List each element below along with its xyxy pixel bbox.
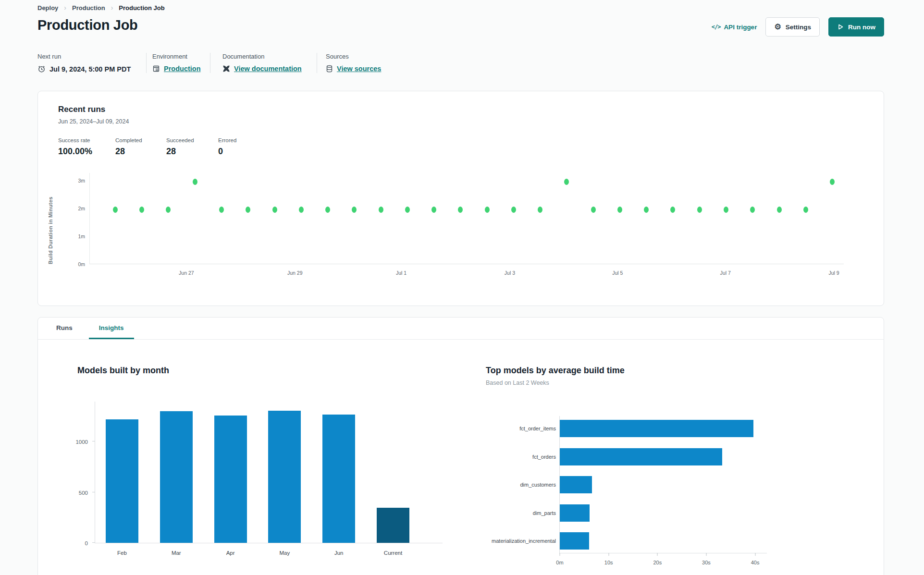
- run-dot[interactable]: [325, 207, 330, 213]
- x-axis-tick: [755, 553, 755, 556]
- top-models-subtitle: Based on Last 2 Weeks: [486, 379, 861, 386]
- api-trigger-link[interactable]: </> API trigger: [712, 24, 757, 31]
- breadcrumb-deploy[interactable]: Deploy: [37, 4, 58, 12]
- dbt-logo-icon: [222, 65, 230, 73]
- recent-runs-title: Recent runs: [58, 105, 863, 114]
- run-dot[interactable]: [405, 207, 410, 213]
- run-dot[interactable]: [458, 207, 463, 213]
- bar[interactable]: [322, 415, 355, 543]
- run-dot[interactable]: [139, 207, 144, 213]
- run-dot[interactable]: [431, 207, 436, 213]
- run-dot[interactable]: [750, 207, 755, 213]
- run-dot[interactable]: [803, 207, 808, 213]
- y-axis-tick: [92, 441, 95, 441]
- bar[interactable]: [560, 504, 590, 522]
- x-axis-tick-label: 10s: [604, 560, 613, 565]
- run-dot[interactable]: [511, 207, 516, 213]
- bar[interactable]: [560, 448, 722, 465]
- run-dot[interactable]: [113, 207, 118, 213]
- bar[interactable]: [160, 411, 193, 543]
- run-dot[interactable]: [617, 207, 622, 213]
- x-axis-tick-label: Jun 27: [179, 270, 194, 276]
- run-dot[interactable]: [830, 179, 835, 185]
- x-category-label: Mar: [172, 550, 181, 556]
- x-axis-tick-label: 30s: [702, 560, 711, 565]
- environment-link[interactable]: Production: [164, 65, 201, 73]
- run-dot[interactable]: [166, 207, 171, 213]
- x-category-label: Jun: [334, 550, 344, 556]
- run-dot[interactable]: [485, 207, 490, 213]
- run-dot[interactable]: [564, 179, 569, 185]
- bar[interactable]: [560, 420, 753, 437]
- run-dot[interactable]: [246, 207, 250, 213]
- x-axis-tick-label: 20s: [653, 560, 662, 565]
- clock-icon: [37, 65, 46, 73]
- run-now-button[interactable]: Run now: [828, 17, 884, 37]
- run-dot[interactable]: [219, 207, 224, 213]
- x-axis-tick-label: Jul 1: [396, 270, 407, 276]
- x-category-label: Current: [384, 550, 402, 556]
- header-actions: </> API trigger ⚙ Settings Run now: [712, 17, 884, 37]
- y-axis-tick: [92, 492, 95, 492]
- documentation-label: Documentation: [222, 53, 317, 60]
- y-category-label: fct_orders: [441, 453, 556, 460]
- run-dot[interactable]: [379, 207, 383, 213]
- run-dot[interactable]: [724, 207, 728, 213]
- y-axis-tick-label: 2m: [78, 206, 85, 211]
- bar[interactable]: [560, 532, 589, 550]
- meta-environment: Environment Production: [146, 53, 210, 73]
- stat-label: Success rate: [58, 137, 115, 143]
- run-dot[interactable]: [697, 207, 702, 213]
- bar[interactable]: [268, 411, 301, 543]
- bar[interactable]: [377, 508, 409, 543]
- x-category-label: Feb: [117, 550, 127, 556]
- run-dot[interactable]: [299, 207, 304, 213]
- settings-button[interactable]: ⚙ Settings: [765, 17, 820, 37]
- meta-sources: Sources View sources: [317, 53, 391, 73]
- y-axis-tick-label: 1m: [78, 233, 85, 239]
- view-documentation-link[interactable]: View documentation: [234, 65, 302, 73]
- run-dot[interactable]: [352, 207, 357, 213]
- stat-completed: Completed 28: [115, 137, 166, 157]
- view-sources-link[interactable]: View sources: [337, 65, 381, 73]
- stat-value: 0: [218, 147, 236, 157]
- stat-errored: Errored 0: [218, 137, 236, 157]
- meta-next-run: Next run Jul 9, 2024, 5:00 PM PDT: [37, 53, 146, 73]
- next-run-value: Jul 9, 2024, 5:00 PM PDT: [49, 65, 131, 73]
- run-dot[interactable]: [538, 207, 542, 213]
- environment-icon: [152, 65, 160, 73]
- bar[interactable]: [214, 416, 247, 543]
- models-by-month-chart: Models built by month 05001000FebMarAprM…: [77, 366, 471, 543]
- x-axis-tick-label: Jul 3: [505, 270, 515, 276]
- database-icon: [326, 65, 333, 73]
- code-icon: </>: [712, 24, 721, 30]
- bar[interactable]: [560, 476, 592, 493]
- run-dot[interactable]: [777, 207, 782, 213]
- build-duration-chart: Build Duration in Minutes 0m1m2m3mJun 27…: [58, 173, 863, 286]
- tab-insights[interactable]: Insights: [89, 318, 134, 339]
- run-dot[interactable]: [591, 207, 596, 213]
- x-axis-tick-label: Jun 29: [287, 270, 303, 276]
- environment-label: Environment: [152, 53, 210, 60]
- run-dot[interactable]: [193, 179, 197, 185]
- x-axis-tick: [706, 553, 706, 556]
- run-dot[interactable]: [670, 207, 675, 213]
- y-category-label: fct_order_items: [441, 425, 556, 432]
- bar[interactable]: [106, 419, 138, 543]
- y-category-label: dim_customers: [441, 481, 556, 488]
- gear-icon: ⚙: [774, 23, 781, 31]
- page-title: Production Job: [37, 17, 137, 33]
- top-models-chart: Top models by average build time Based o…: [486, 366, 861, 553]
- chevron-right-icon: ›: [64, 4, 66, 12]
- tab-runs[interactable]: Runs: [46, 318, 83, 339]
- run-dot[interactable]: [272, 207, 277, 213]
- insights-card: Runs Insights Models built by month 0500…: [37, 317, 884, 575]
- y-axis-tick-label: 0: [85, 540, 88, 546]
- breadcrumb-production[interactable]: Production: [72, 4, 105, 12]
- recent-runs-date-range: Jun 25, 2024–Jul 09, 2024: [58, 118, 863, 125]
- x-category-label: Apr: [226, 550, 235, 556]
- play-icon: [837, 24, 844, 30]
- x-axis-tick-label: Jul 7: [720, 270, 731, 276]
- chevron-right-icon: ›: [111, 4, 113, 12]
- run-dot[interactable]: [644, 207, 649, 213]
